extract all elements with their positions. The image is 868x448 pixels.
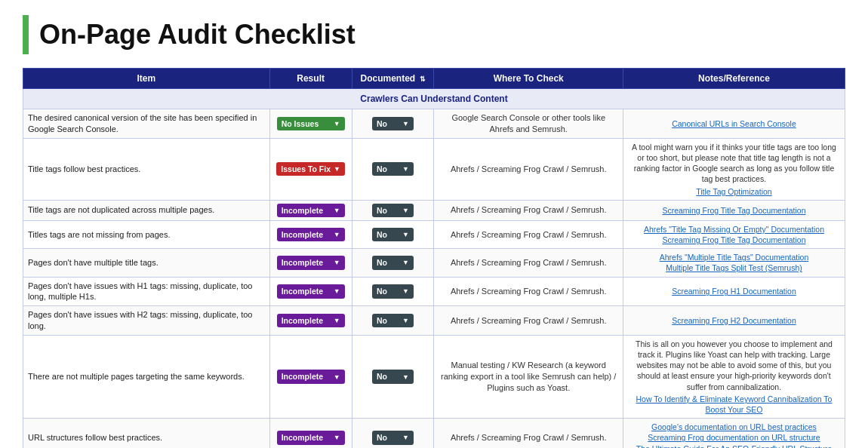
where-cell: Ahrefs / Screaming Frog Crawl / Semrush. [434,306,623,336]
table-row: There are not multiple pages targeting t… [23,335,845,418]
result-cell: Issues To Fix▼ [269,138,352,200]
filter-icon[interactable]: ⇅ [420,75,426,83]
documented-cell: No▼ [352,200,434,220]
result-cell: Incomplete▼ [269,419,352,448]
item-cell: Pages don't have multiple title tags. [23,249,270,277]
where-cell: Manual testing / KW Research (a keyword … [434,335,623,418]
notes-cell: Ahrefs "Multiple Title Tags" Documentati… [623,249,845,277]
notes-link[interactable]: Multiple Title Tags Split Test (Semrush) [666,263,802,272]
notes-cell: Screaming Frog H2 Documentation [623,306,845,336]
page-title: On-Page Audit Checklist [39,20,356,50]
notes-link[interactable]: The Ultimate Guide For An SEO-Friendly U… [636,444,832,448]
item-cell: Pages don't have issues with H1 tags: mi… [23,277,270,306]
item-cell: Title tags follow best practices. [23,138,270,200]
notes-link[interactable]: How To Identify & Eliminate Keyword Cann… [636,394,833,414]
notes-link[interactable]: Screaming Frog Title Tag Documentation [662,235,805,244]
item-cell: URL structures follow best practices. [23,419,270,448]
notes-link[interactable]: Ahrefs "Multiple Title Tags" Documentati… [660,253,809,262]
result-cell: Incomplete▼ [269,200,352,220]
notes-link[interactable]: Screaming Frog Title Tag Documentation [662,206,805,215]
notes-cell: Screaming Frog Title Tag Documentation [623,200,845,220]
documented-badge[interactable]: No▼ [372,370,414,383]
documented-cell: No▼ [352,419,434,448]
result-badge[interactable]: Issues To Fix▼ [276,162,345,176]
table-row: Pages don't have multiple title tags.Inc… [23,249,845,277]
item-cell: The desired canonical version of the sit… [23,109,270,139]
result-cell: Incomplete▼ [269,220,352,248]
where-cell: Ahrefs / Screaming Frog Crawl / Semrush. [434,277,623,306]
item-cell: There are not multiple pages targeting t… [23,335,270,418]
documented-badge[interactable]: No▼ [372,162,414,176]
notes-cell: This is all on you however you choose to… [623,335,845,418]
table-row: Title tags are not duplicated across mul… [23,200,845,220]
where-cell: Ahrefs / Screaming Frog Crawl / Semrush. [434,200,623,220]
notes-cell: Ahrefs "Title Tag Missing Or Empty" Docu… [623,220,845,248]
where-cell: Ahrefs / Screaming Frog Crawl / Semrush. [434,220,623,248]
notes-cell: Screaming Frog H1 Documentation [623,277,845,306]
accent-bar [23,15,29,54]
documented-badge[interactable]: No▼ [372,228,414,241]
documented-cell: No▼ [352,277,434,306]
documented-cell: No▼ [352,306,434,336]
note-text: A tool might warn you if it thinks your … [628,142,840,185]
col-header-documented: Documented ⇅ [352,69,434,89]
documented-badge[interactable]: No▼ [372,117,414,130]
where-cell: Ahrefs / Screaming Frog Crawl / Semrush. [434,249,623,277]
item-cell: Title tags are not duplicated across mul… [23,200,270,220]
result-cell: Incomplete▼ [269,277,352,306]
page-header: On-Page Audit Checklist [23,15,845,54]
audit-table: Item Result Documented ⇅ Where To Check … [23,68,845,448]
documented-cell: No▼ [352,138,434,200]
table-row: Pages don't have issues with H2 tags: mi… [23,306,845,336]
documented-badge[interactable]: No▼ [372,256,414,269]
notes-link[interactable]: Title Tag Optimization [696,187,771,196]
notes-link[interactable]: Screaming Frog H2 Documentation [672,316,796,325]
result-badge[interactable]: Incomplete▼ [277,204,345,217]
col-header-result: Result [269,69,352,89]
result-badge[interactable]: Incomplete▼ [277,228,345,241]
notes-link[interactable]: Ahrefs "Title Tag Missing Or Empty" Docu… [644,225,824,234]
table-row: Titles tags are not missing from pages.I… [23,220,845,248]
where-cell: Google Search Console or other tools lik… [434,109,623,139]
documented-badge[interactable]: No▼ [372,284,414,298]
notes-link[interactable]: Screaming Frog documentation on URL stru… [648,433,820,442]
table-row: Pages don't have issues with H1 tags: mi… [23,277,845,306]
documented-cell: No▼ [352,249,434,277]
notes-cell: Canonical URLs in Search Console [623,109,845,139]
result-cell: Incomplete▼ [269,249,352,277]
result-badge[interactable]: Incomplete▼ [277,431,345,444]
notes-link[interactable]: Canonical URLs in Search Console [672,119,796,128]
documented-cell: No▼ [352,109,434,139]
result-badge[interactable]: Incomplete▼ [277,284,345,298]
item-cell: Titles tags are not missing from pages. [23,220,270,248]
where-cell: Ahrefs / Screaming Frog Crawl / Semrush. [434,419,623,448]
documented-badge[interactable]: No▼ [372,314,414,327]
note-text: This is all on you however you choose to… [628,339,840,392]
table-row: Title tags follow best practices.Issues … [23,138,845,200]
documented-cell: No▼ [352,220,434,248]
result-cell: Incomplete▼ [269,335,352,418]
notes-cell: A tool might warn you if it thinks your … [623,138,845,200]
section-header-row: Crawlers Can Understand Content [23,89,845,109]
col-header-item: Item [23,69,270,89]
notes-link[interactable]: Google's documentation on URL best pract… [651,422,817,431]
table-row: The desired canonical version of the sit… [23,109,845,139]
result-cell: No Issues▼ [269,109,352,139]
col-header-where: Where To Check [434,69,623,89]
documented-badge[interactable]: No▼ [372,204,414,217]
result-badge[interactable]: No Issues▼ [277,117,345,130]
where-cell: Ahrefs / Screaming Frog Crawl / Semrush. [434,138,623,200]
result-cell: Incomplete▼ [269,306,352,336]
documented-cell: No▼ [352,335,434,418]
result-badge[interactable]: Incomplete▼ [277,256,345,269]
notes-link[interactable]: Screaming Frog H1 Documentation [672,287,796,296]
notes-cell: Google's documentation on URL best pract… [623,419,845,448]
documented-badge[interactable]: No▼ [372,431,414,444]
item-cell: Pages don't have issues with H2 tags: mi… [23,306,270,336]
table-row: URL structures follow best practices.Inc… [23,419,845,448]
result-badge[interactable]: Incomplete▼ [277,370,345,383]
result-badge[interactable]: Incomplete▼ [277,314,345,327]
col-header-notes: Notes/Reference [623,69,845,89]
